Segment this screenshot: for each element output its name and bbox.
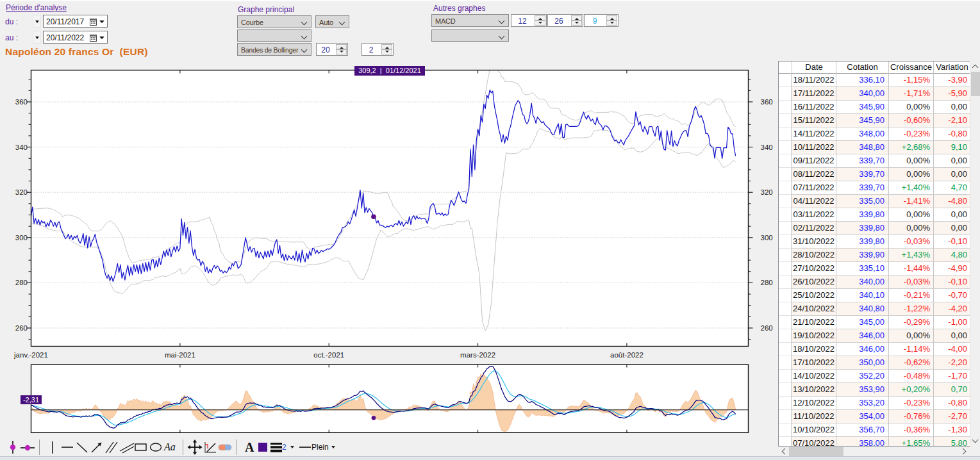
variation-cell: -0,80 [934, 397, 970, 410]
table-row[interactable]: 18/10/2022346,00-1,14%-4,00 [779, 343, 970, 356]
table-row[interactable]: 21/10/2022345,00-0,29%-1,00 [779, 316, 970, 329]
horizontal-line-icon[interactable] [60, 438, 74, 456]
table-row[interactable]: 27/10/2022335,10-1,44%-4,90 [779, 262, 970, 275]
scroll-right-button[interactable] [959, 447, 970, 457]
line-width-icon[interactable] [269, 438, 283, 456]
y-axis-label: 360 [15, 98, 28, 106]
text-tool-icon[interactable]: Aa [162, 438, 179, 456]
date-cell: 31/10/2022 [792, 235, 836, 249]
row-selector [779, 316, 792, 329]
date-cell: 25/10/2022 [792, 289, 836, 302]
scroll-up-button[interactable] [970, 61, 980, 72]
y-axis-label: 320 [761, 188, 773, 196]
row-selector [779, 222, 792, 235]
scrollbar-thumb[interactable] [971, 72, 980, 96]
table-row[interactable]: 19/10/2022346,000,00%0,00 [779, 329, 970, 343]
date-cell: 03/11/2022 [792, 208, 836, 222]
table-row[interactable]: 08/11/2022339,700,00%0,00 [779, 168, 970, 181]
table-row[interactable]: 04/11/2022335,00-1,41%-4,80 [779, 195, 970, 208]
table-row[interactable]: 17/10/2022350,00-0,62%-2,20 [779, 356, 970, 370]
row-selector [779, 289, 792, 302]
move-icon[interactable] [187, 438, 203, 456]
variation-cell: -4,90 [934, 262, 970, 275]
rectangle-icon[interactable] [133, 438, 149, 456]
y-axis-label: 360 [761, 98, 773, 106]
line-style-icon[interactable] [298, 438, 312, 456]
table-row[interactable]: 09/11/2022339,700,00%0,00 [779, 154, 970, 168]
table-row[interactable]: 07/11/2022339,70+1,40%4,70 [779, 181, 970, 195]
table-row[interactable]: 18/11/2022336,10-1,15%-3,90 [779, 74, 970, 87]
date-cell: 10/11/2022 [792, 141, 836, 154]
cotation-cell: 346,00 [836, 343, 889, 356]
table-row[interactable]: 24/10/2022340,80-1,22%-4,20 [779, 302, 970, 316]
caret-down-icon[interactable] [331, 446, 335, 448]
croissance-cell: +1,65% [889, 437, 934, 447]
table-row[interactable]: 14/11/2022348,00-0,23%-0,80 [779, 127, 970, 141]
x-axis-label: mars-2022 [460, 351, 495, 359]
table-row[interactable]: 10/11/2022348,80+2,68%9,10 [779, 141, 970, 154]
scrollbar-thumb[interactable] [789, 447, 843, 456]
table-row[interactable]: 07/10/2022358,00+1,65%5,80 [779, 437, 970, 447]
row-selector [779, 423, 792, 437]
table-row[interactable]: 15/11/2022345,90-0,60%-2,10 [779, 114, 970, 127]
table-row[interactable]: 31/10/2022339,80-0,03%-0,10 [779, 235, 970, 249]
scroll-down-button[interactable] [970, 436, 980, 447]
y-axis-label: 260 [761, 324, 773, 332]
channel-lines-icon[interactable] [119, 438, 135, 456]
table-horizontal-scrollbar[interactable] [778, 447, 970, 457]
vertical-line-icon[interactable] [47, 438, 58, 456]
croissance-cell: -0,23% [889, 397, 934, 410]
croissance-cell: +0,20% [889, 383, 934, 397]
column-header-croissance[interactable]: Croissance [889, 62, 934, 74]
variation-cell: -1,30 [934, 423, 970, 437]
table-row[interactable]: 17/11/2022340,00-1,71%-5,90 [779, 87, 970, 101]
table-vertical-scrollbar[interactable] [970, 61, 980, 447]
table-row[interactable]: 25/10/2022340,10-0,21%-0,70 [779, 289, 970, 302]
font-icon[interactable]: A [242, 438, 258, 456]
color-icon[interactable] [257, 438, 269, 456]
column-header-variation[interactable]: Variation [934, 62, 970, 74]
date-cell: 21/10/2022 [792, 316, 836, 329]
quotes-table[interactable]: DateCotationCroissanceVariation18/11/202… [778, 61, 970, 447]
table-row[interactable]: 10/10/2022356,70-0,36%-1,30 [779, 423, 970, 437]
y-axis-label: 280 [15, 279, 28, 286]
diagonal-line-icon[interactable] [75, 438, 89, 456]
table-row[interactable]: 26/10/2022340,00-0,03%-0,10 [779, 275, 970, 289]
croissance-cell: -0,60% [889, 114, 934, 127]
table-row[interactable]: 11/10/2022354,00-0,76%-2,70 [779, 410, 970, 423]
table-row[interactable]: 28/10/2022339,90+1,43%4,80 [779, 249, 970, 262]
variation-cell: 4,80 [934, 249, 970, 262]
variation-cell: 0,70 [934, 383, 970, 397]
croissance-cell: -0,62% [889, 356, 934, 370]
variation-cell: -3,90 [934, 74, 970, 87]
caret-down-icon[interactable] [290, 446, 294, 448]
point-horizontal-icon[interactable] [19, 438, 36, 456]
edit-chart-icon[interactable] [203, 438, 218, 456]
ellipse-icon[interactable] [148, 438, 163, 456]
row-selector [779, 141, 792, 154]
row-selector [779, 410, 792, 423]
table-row[interactable]: 03/11/2022339,800,00%0,00 [779, 208, 970, 222]
row-selector [779, 87, 792, 101]
point-vertical-icon[interactable] [6, 438, 20, 456]
parallel-lines-icon[interactable] [104, 438, 119, 456]
table-row[interactable]: 12/10/2022353,20-0,23%-0,80 [779, 397, 970, 410]
variation-cell: 9,10 [934, 141, 970, 154]
column-header-date[interactable]: Date [792, 62, 836, 74]
arrow-line-icon[interactable] [90, 438, 104, 456]
table-row[interactable]: 02/11/2022339,800,00%0,00 [779, 222, 970, 235]
row-selector [779, 154, 792, 168]
selected-point-marker [371, 215, 376, 220]
column-header-cotation[interactable]: Cotation [836, 62, 889, 74]
table-row[interactable]: 13/10/2022353,90+0,20%0,70 [779, 383, 970, 397]
table-row[interactable]: 14/10/2022352,20-0,48%-1,70 [779, 370, 970, 383]
eraser-icon[interactable] [217, 438, 233, 456]
scroll-left-button[interactable] [778, 447, 789, 457]
variation-cell: 0,00 [934, 208, 970, 222]
row-selector [779, 370, 792, 383]
croissance-cell: -1,71% [889, 87, 934, 101]
croissance-cell: -1,15% [889, 74, 934, 87]
table-row[interactable]: 16/11/2022345,900,00%0,00 [779, 101, 970, 114]
variation-cell: -0,70 [934, 289, 970, 302]
variation-cell: -4,00 [934, 343, 970, 356]
